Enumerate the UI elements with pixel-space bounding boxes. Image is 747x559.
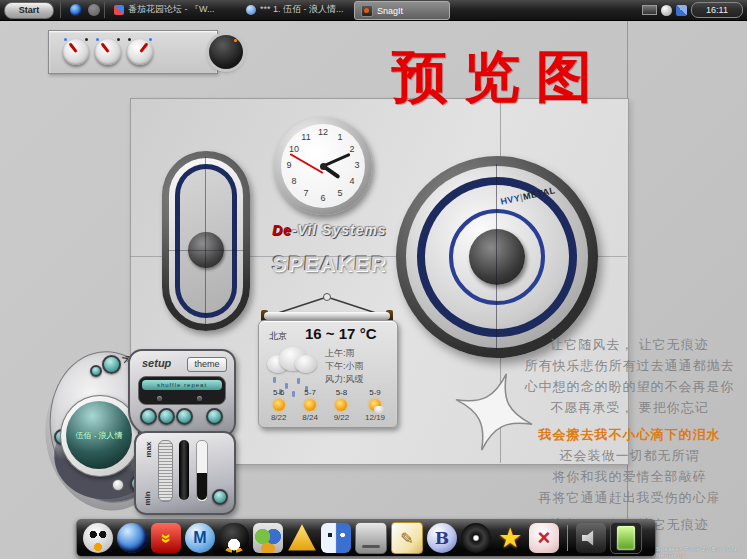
clock-number: 9	[283, 160, 295, 170]
lyrics-overlay: 让它随风去， 让它无痕迹 所有快乐悲伤所有过去通通都抛去 心中想的念的盼的望的不…	[512, 334, 747, 535]
flashget-icon[interactable]: »	[151, 523, 181, 553]
volume-slider-fill	[197, 473, 207, 500]
forecast-temp: 9/22	[334, 413, 350, 422]
brand-text: De-Vil Systems	[272, 222, 387, 238]
sun-icon	[304, 399, 316, 411]
volume-panel: max min	[134, 431, 236, 515]
weather-afternoon: 下午:小雨	[325, 360, 364, 373]
weather-rod	[264, 312, 390, 320]
brand-prefix: De	[272, 222, 292, 238]
mode-toggle-dot[interactable]	[197, 396, 202, 401]
clock-center-cap	[320, 163, 327, 170]
finder-icon[interactable]	[321, 523, 351, 553]
setup-button-2[interactable]	[158, 408, 175, 425]
rain-cloud-icon	[267, 347, 319, 373]
eye-disc-icon[interactable]	[461, 523, 491, 553]
volume-mute-button[interactable]	[212, 489, 228, 505]
tray-device-icon[interactable]	[642, 5, 657, 15]
system-tray: 16:11	[642, 2, 743, 18]
big-speaker-crosshair-v	[496, 164, 497, 350]
lyric-line: 心中想的念的盼的望的不会再是你	[512, 376, 747, 397]
qq-penguin-icon[interactable]	[219, 523, 249, 553]
notepad-pencil-icon[interactable]: ✎	[391, 522, 423, 554]
taskbar: Start 番茄花园论坛 - 『W... *** 1. 伍佰 - 浪人情... …	[0, 0, 747, 21]
forecast-date: 5-8	[334, 388, 350, 397]
msn-messenger-icon[interactable]	[253, 523, 283, 553]
theme-button[interactable]: theme	[187, 357, 227, 372]
tray-clock[interactable]: 16:11	[691, 2, 743, 18]
speaker-logo: SPEAKER	[271, 252, 388, 276]
taskbar-window-snagit[interactable]: SnagIt	[354, 1, 450, 20]
battery-icon[interactable]	[610, 522, 642, 554]
setup-button-1[interactable]	[140, 408, 157, 425]
clock-widget[interactable]: 12 1 2 3 4 5 6 7 8 9 10 11	[274, 117, 372, 215]
skin-credit-watermark: Speaker Punk Zy By : LiN NeoGeng	[656, 546, 747, 558]
star-smiley-icon[interactable]: ★	[495, 523, 525, 553]
lcd-screen: 伍佰 - 浪人情	[66, 401, 132, 469]
tray-orb-icon[interactable]	[661, 5, 672, 16]
battery-glyph	[616, 525, 636, 551]
forecast-temp: 8/22	[271, 413, 287, 422]
dock-bar: » M ✎ B ★ ×	[76, 519, 656, 557]
sun-icon	[273, 399, 285, 411]
bitcomet-b-icon[interactable]: B	[427, 523, 457, 553]
quicklaunch-muted-icon[interactable]	[88, 4, 100, 16]
taskbar-window-player[interactable]: *** 1. 伍佰 - 浪人情...	[240, 1, 360, 18]
icon-glyph: M	[193, 529, 206, 547]
sun-icon	[335, 399, 347, 411]
tray-network-icon[interactable]	[676, 5, 687, 16]
window-title: SnagIt	[377, 6, 403, 16]
forecast-date: 5-9	[365, 388, 385, 397]
sun-cloud-icon	[369, 399, 381, 411]
volume-knob-panel	[48, 30, 218, 74]
taskbar-divider	[60, 2, 61, 18]
clock-number: 4	[346, 176, 358, 186]
speaker-glyph	[582, 529, 600, 547]
icon-glyph: ✎	[400, 529, 413, 548]
dock-divider	[567, 525, 568, 551]
knob-3[interactable]	[127, 39, 153, 65]
quicklaunch-orb-icon[interactable]	[70, 4, 82, 16]
master-knob[interactable]	[209, 35, 243, 69]
lyric-line: 还会装做一切都无所谓	[512, 445, 747, 466]
player-power-button[interactable]	[112, 479, 124, 491]
volume-ridge-track[interactable]	[158, 440, 173, 502]
penguin-mascot-icon[interactable]	[83, 523, 113, 553]
clock-number: 5	[334, 188, 346, 198]
raindrop	[297, 378, 300, 384]
lyric-line: 再将它通通赶出我受伤的心扉	[512, 487, 747, 508]
knob-1[interactable]	[63, 39, 89, 65]
icon-glyph: ×	[538, 525, 551, 551]
forecast-temp: 12/19	[365, 413, 385, 422]
volume-slider-dark[interactable]	[179, 440, 189, 500]
window-title: 番茄花园论坛 - 『W...	[128, 3, 215, 16]
clock-number: 7	[300, 188, 312, 198]
weather-city: 北京	[269, 330, 287, 343]
speaker-volume-icon[interactable]	[576, 523, 606, 553]
oval-speaker	[162, 151, 250, 331]
clock-number: 6	[317, 193, 329, 203]
player-eject-button[interactable]	[102, 355, 121, 374]
setup-button-3[interactable]	[176, 408, 193, 425]
start-button[interactable]: Start	[4, 2, 54, 19]
cloud-part	[295, 355, 317, 373]
forecast-date: 5-7	[302, 388, 318, 397]
knob-2[interactable]	[95, 39, 121, 65]
weather-conditions: 上午:雨 下午:小雨 风力:风缓	[325, 347, 364, 386]
window-title: *** 1. 伍佰 - 浪人情...	[260, 3, 344, 16]
setup-button-4[interactable]	[206, 408, 223, 425]
harddrive-icon[interactable]	[355, 522, 387, 554]
clock-number: 11	[300, 132, 312, 142]
mode-toggle-dot[interactable]	[157, 396, 162, 401]
blue-orb-icon[interactable]	[117, 523, 147, 553]
taskbar-window-forum[interactable]: 番茄花园论坛 - 『W...	[108, 1, 248, 18]
setup-label: setup	[142, 357, 171, 369]
song-title: 伍佰 - 浪人情	[71, 431, 126, 440]
knob-needle	[139, 42, 148, 53]
red-x-icon[interactable]: ×	[529, 523, 559, 553]
lyric-line: 让它随风去， 让它无痕迹	[512, 334, 747, 355]
lightning-triangle-icon[interactable]	[287, 523, 317, 553]
weather-widget[interactable]: 北京 16 ~ 17 °C 上午:雨 下午:小雨 风力:风缓 5-6	[256, 293, 398, 429]
forecast-date: 5-6	[271, 388, 287, 397]
player-mini-button[interactable]	[90, 365, 102, 377]
